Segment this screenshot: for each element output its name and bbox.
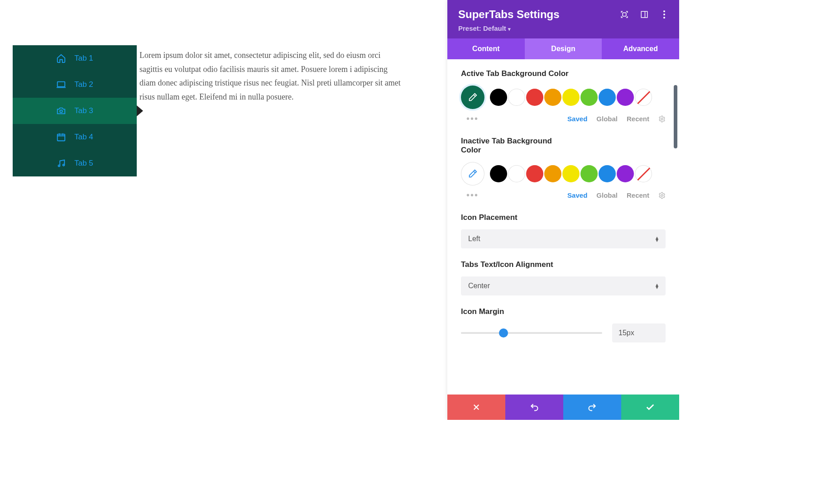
- scrollbar-thumb[interactable]: [674, 85, 677, 148]
- color-swatch-blue[interactable]: [599, 89, 616, 106]
- active-bg-label: Active Tab Background Color: [461, 69, 666, 78]
- panel-header: SuperTabs Settings Preset: Default: [447, 0, 679, 38]
- music-icon: [56, 158, 66, 168]
- settings-panel: SuperTabs Settings Preset: Default Conte…: [447, 0, 679, 420]
- palette-settings-icon[interactable]: [658, 115, 666, 123]
- color-swatch-green[interactable]: [580, 165, 598, 182]
- tab-item-1[interactable]: Tab 1: [13, 45, 137, 71]
- svg-point-4: [63, 164, 65, 166]
- tab-item-4[interactable]: Tab 4: [13, 124, 137, 150]
- svg-rect-5: [623, 13, 626, 16]
- select-caret-icon: ▴▾: [656, 283, 658, 289]
- svg-point-11: [661, 195, 663, 196]
- text-align-select[interactable]: Center ▴▾: [461, 276, 666, 295]
- svg-point-9: [663, 17, 665, 19]
- tab-design[interactable]: Design: [525, 38, 602, 59]
- tab-label: Tab 4: [74, 133, 93, 142]
- palette-global-link[interactable]: Global: [596, 115, 618, 123]
- inactive-bg-swatches: [461, 162, 666, 185]
- preset-selector[interactable]: Preset: Default: [458, 24, 668, 32]
- color-swatch-purple[interactable]: [617, 165, 634, 182]
- more-colors-icon[interactable]: •••: [466, 114, 479, 124]
- slider-thumb[interactable]: [499, 328, 508, 338]
- color-swatch-green[interactable]: [580, 89, 598, 106]
- color-swatch-purple[interactable]: [617, 89, 634, 106]
- tab-content-text: Lorem ipsum dolor sit amet, consectetur …: [139, 48, 402, 104]
- tab-item-3[interactable]: Tab 3: [13, 98, 137, 124]
- icon-placement-select[interactable]: Left ▴▾: [461, 229, 666, 248]
- color-swatch-orange[interactable]: [544, 165, 561, 182]
- panel-tabs: Content Design Advanced: [447, 38, 679, 59]
- tab-content[interactable]: Content: [447, 38, 525, 59]
- save-button[interactable]: [621, 395, 679, 420]
- camera-icon: [56, 106, 66, 116]
- color-swatch-red[interactable]: [526, 165, 543, 182]
- select-caret-icon: ▴▾: [656, 236, 658, 242]
- vertical-tabs: Tab 1 Tab 2 Tab 3 Tab 4 Tab 5: [13, 45, 137, 176]
- cancel-button[interactable]: [447, 395, 505, 420]
- palette-global-link[interactable]: Global: [596, 191, 618, 199]
- inactive-bg-label: Inactive Tab Background Color: [461, 137, 565, 155]
- color-swatch-white[interactable]: [508, 89, 525, 106]
- panel-title: SuperTabs Settings: [458, 8, 560, 21]
- active-tab-arrow-icon: [137, 105, 143, 116]
- color-swatch-red[interactable]: [526, 89, 543, 106]
- layout-icon[interactable]: [640, 10, 648, 19]
- color-swatch-white[interactable]: [508, 165, 525, 182]
- tabs-preview: Tab 1 Tab 2 Tab 3 Tab 4 Tab 5: [13, 45, 137, 176]
- active-color-picker[interactable]: [461, 86, 484, 109]
- color-swatch-yellow[interactable]: [562, 89, 580, 106]
- active-bg-swatches: [461, 86, 666, 109]
- color-swatch-transparent[interactable]: [635, 89, 652, 106]
- more-icon[interactable]: [660, 10, 668, 19]
- svg-rect-2: [58, 134, 65, 141]
- icon-placement-label: Icon Placement: [461, 213, 666, 222]
- svg-point-3: [58, 165, 60, 167]
- tab-advanced[interactable]: Advanced: [602, 38, 679, 59]
- icon-placement-value: Left: [468, 235, 480, 243]
- icon-margin-label: Icon Margin: [461, 307, 666, 316]
- color-swatch-orange[interactable]: [544, 89, 561, 106]
- svg-rect-0: [58, 82, 65, 87]
- tab-label: Tab 3: [74, 106, 93, 115]
- palette-saved-link[interactable]: Saved: [567, 115, 587, 123]
- tab-label: Tab 1: [74, 54, 93, 63]
- color-swatch-transparent[interactable]: [635, 165, 652, 182]
- palette-recent-link[interactable]: Recent: [627, 191, 649, 199]
- palette-recent-link[interactable]: Recent: [627, 115, 649, 123]
- tab-label: Tab 2: [74, 80, 93, 89]
- undo-button[interactable]: [505, 395, 563, 420]
- home-icon: [56, 53, 66, 63]
- text-align-label: Tabs Text/Icon Alignment: [461, 260, 666, 269]
- calendar-icon: [56, 132, 66, 142]
- preset-label: Preset: Default: [458, 24, 506, 32]
- svg-point-10: [661, 118, 663, 120]
- color-swatch-blue[interactable]: [599, 165, 616, 182]
- panel-body: Active Tab Background Color ••• Saved Gl…: [447, 59, 679, 395]
- expand-icon[interactable]: [620, 10, 628, 19]
- svg-point-7: [663, 10, 665, 12]
- text-align-value: Center: [468, 282, 490, 290]
- palette-saved-link[interactable]: Saved: [567, 191, 587, 199]
- color-swatch-yellow[interactable]: [562, 165, 580, 182]
- palette-settings-icon[interactable]: [658, 192, 666, 199]
- more-colors-icon[interactable]: •••: [466, 190, 479, 200]
- inactive-color-picker[interactable]: [461, 162, 484, 185]
- laptop-icon: [56, 80, 66, 90]
- redo-button[interactable]: [563, 395, 621, 420]
- svg-point-8: [663, 14, 665, 15]
- svg-rect-6: [641, 11, 647, 18]
- tab-item-5[interactable]: Tab 5: [13, 150, 137, 176]
- tab-item-2[interactable]: Tab 2: [13, 71, 137, 98]
- color-swatch-black[interactable]: [490, 89, 507, 106]
- panel-footer: [447, 395, 679, 420]
- tab-label: Tab 5: [74, 159, 93, 168]
- svg-point-1: [60, 110, 62, 113]
- icon-margin-slider[interactable]: [461, 332, 602, 334]
- color-swatch-black[interactable]: [490, 165, 507, 182]
- icon-margin-input[interactable]: 15px: [612, 323, 666, 342]
